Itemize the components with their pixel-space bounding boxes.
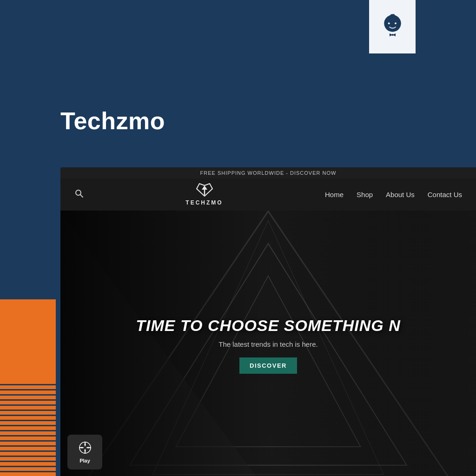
svg-marker-18 xyxy=(84,450,86,452)
orange-lines xyxy=(0,327,56,476)
logo-icon xyxy=(195,183,214,199)
avatar-icon xyxy=(377,11,408,43)
website-preview: FREE SHIPPING WORLDWIDE - DISCOVER NOW T… xyxy=(60,167,476,476)
hero-subtitle: The latest trends in tech is here. xyxy=(136,340,400,348)
nav-home[interactable]: Home xyxy=(325,191,344,198)
avatar-card xyxy=(369,0,416,53)
play-button[interactable]: Play xyxy=(67,435,102,469)
hero-title: TIME TO CHOOSE SOMETHING N xyxy=(136,317,400,335)
svg-point-11 xyxy=(391,34,393,36)
nav-contact[interactable]: Contact Us xyxy=(428,191,462,198)
svg-marker-17 xyxy=(84,443,86,445)
nav-shop[interactable]: Shop xyxy=(357,191,373,198)
play-cross-icon xyxy=(79,441,92,456)
svg-rect-3 xyxy=(393,14,394,17)
hero-section: TIME TO CHOOSE SOMETHING N The latest tr… xyxy=(60,211,476,476)
orange-decorative-bar xyxy=(0,299,56,476)
discover-button[interactable]: DISCOVER xyxy=(239,357,297,374)
hero-content: TIME TO CHOOSE SOMETHING N The latest tr… xyxy=(126,317,410,374)
site-banner: FREE SHIPPING WORLDWIDE - DISCOVER NOW xyxy=(60,167,476,178)
site-logo[interactable]: TECHZMO xyxy=(185,183,223,206)
svg-rect-2 xyxy=(390,14,392,17)
svg-marker-19 xyxy=(80,447,82,449)
nav-about[interactable]: About Us xyxy=(386,191,415,198)
site-header: TECHZMO Home Shop About Us Contact Us xyxy=(60,178,476,211)
play-label: Play xyxy=(79,458,90,463)
svg-point-8 xyxy=(395,22,397,24)
site-navigation: Home Shop About Us Contact Us xyxy=(325,191,462,198)
logo-text: TECHZMO xyxy=(185,199,223,206)
svg-point-7 xyxy=(388,22,390,24)
search-icon[interactable] xyxy=(74,189,84,200)
svg-line-22 xyxy=(80,195,83,198)
page-title: Techzmo xyxy=(60,107,165,135)
svg-marker-20 xyxy=(88,447,90,449)
banner-text: FREE SHIPPING WORLDWIDE - DISCOVER NOW xyxy=(200,170,337,176)
